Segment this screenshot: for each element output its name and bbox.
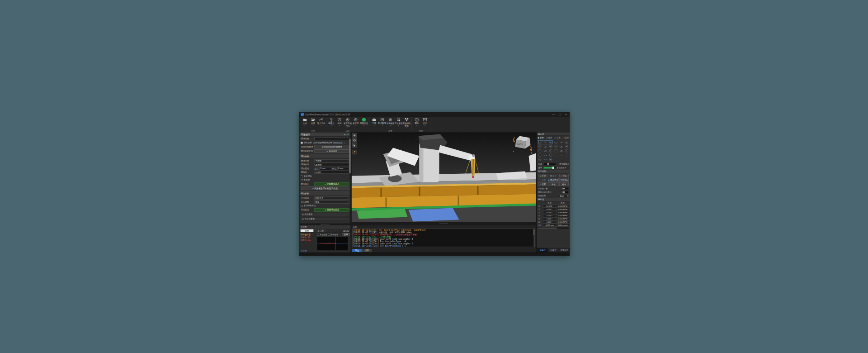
torch-angle-input[interactable]: 16.00° (315, 171, 349, 174)
locate-mode-select[interactable]: 起始寻位 ▾ (315, 197, 349, 200)
jog-plus-button[interactable]: + (565, 154, 568, 157)
control-button[interactable]: 输出 (559, 182, 569, 186)
update-weld-pose-button[interactable]: ↻ 更新焊接姿态 (315, 182, 349, 186)
ribbon-item-view-state[interactable]: 视图状态 ▾ (360, 117, 368, 126)
jog-minus-button[interactable]: − (538, 145, 542, 148)
jog-mode-radio[interactable]: 关节 (538, 137, 544, 140)
ribbon-item-about[interactable]: 关于 ▾ (421, 117, 429, 126)
control-button[interactable]: ⊙ 设置 (538, 182, 547, 186)
toggle-switch[interactable] (562, 187, 569, 190)
monitor-tab[interactable]: 报警信息 (559, 248, 570, 253)
range-start-input[interactable]: 0 mm (320, 167, 332, 170)
viewport-log-splitter[interactable] (352, 222, 536, 225)
close-button[interactable]: × (564, 113, 568, 115)
minimize-button[interactable]: — (552, 113, 556, 115)
locator-footer-link[interactable]: 寻位图 (301, 249, 307, 253)
apply-button[interactable]: 应用 (342, 233, 350, 236)
control-button[interactable]: ▶ 焊点复位 (548, 178, 558, 182)
log-tab-button[interactable]: 日志 (353, 249, 362, 252)
jog-minus-button[interactable]: − (555, 149, 558, 153)
jog-plus-button[interactable]: + (549, 141, 552, 144)
locator-tab[interactable]: 点云图 (314, 229, 327, 233)
show-coords-checkbox[interactable] (317, 234, 319, 235)
weld-reverse-checkbox[interactable] (301, 142, 303, 143)
manual-adjust-checkbox[interactable] (301, 205, 303, 207)
seam-length-input[interactable]: 25 mm (315, 163, 349, 167)
weld-name-input[interactable] (315, 138, 349, 141)
spin-down-icon[interactable]: ▼ (567, 196, 568, 197)
jog-minus-button[interactable]: − (538, 141, 542, 144)
ribbon-item-observe-point[interactable]: 观察点 ▾ (327, 117, 335, 126)
panel-close-icon[interactable]: × (344, 133, 345, 136)
speed-slider[interactable] (543, 167, 556, 169)
update-locate-pose-button[interactable]: ↻ 更新寻位姿态 (315, 208, 349, 212)
log-scrollbar[interactable] (533, 229, 534, 247)
log-text-area[interactable]: [09/18 16:42:32][41] Pcy board-OncFTax 初… (353, 229, 535, 247)
ribbon-item-process-params[interactable]: 工艺参数 ▾ (395, 117, 403, 126)
jog-plus-button[interactable]: + (549, 154, 552, 157)
monitor-tab[interactable]: 轴监控 (538, 248, 548, 253)
expand-dots-icon[interactable]: ⋮⋮ (345, 226, 349, 228)
ribbon-item-offline-program-params[interactable]: 离线编程参数 ▾ (403, 117, 411, 128)
jog-plus-button[interactable]: + (549, 145, 552, 148)
ribbon-item-tools[interactable]: 工具 ▾ (370, 117, 378, 126)
maximize-button[interactable]: □ (558, 113, 562, 115)
joint-type-select[interactable]: 角接 ▾ (315, 200, 349, 204)
range-select-checkbox[interactable] (328, 234, 330, 235)
ribbon-item-open[interactable]: 打开 ▾ (309, 117, 317, 126)
control-button[interactable]: 启动执行 (559, 178, 569, 182)
jog-plus-button[interactable]: + (565, 141, 568, 144)
retreat-spinner[interactable]: 0mm ▲ ▼ (559, 195, 569, 198)
jog-mode-radio[interactable]: 工具 (555, 137, 561, 140)
robot-tool-icon[interactable] (352, 150, 357, 154)
jog-plus-button[interactable]: + (549, 149, 552, 153)
jog-minus-button[interactable]: − (555, 145, 558, 148)
auto-select-colinear-button[interactable]: 自动选择连续共线焊缝 (315, 145, 349, 149)
sync-update-pose-button[interactable]: ↻ 同步更新焊接姿态(飞行角) (301, 187, 349, 191)
jog-setting-label[interactable]: 点动设置 (559, 167, 566, 169)
panel-confirm-icon[interactable]: ✓ (347, 133, 349, 136)
locator-canvas[interactable]: Pre-scan-Rbt-Temp (317, 237, 348, 251)
step-slider[interactable] (543, 163, 556, 165)
jog-mode-radio[interactable]: 基座 (563, 137, 569, 140)
collapsed-section-row[interactable]: 摆动参数 (301, 213, 349, 216)
select-cursor-icon[interactable] (352, 143, 357, 148)
locator-tab[interactable]: 原图 (301, 229, 314, 233)
control-button[interactable]: ▷ 回退 (538, 178, 547, 182)
ribbon-item-file[interactable]: 文件 ▾ (301, 117, 309, 126)
view-axes-icon[interactable] (352, 133, 357, 138)
ribbon-item-plc-config[interactable]: PLC配置 ▾ (378, 117, 387, 126)
control-button[interactable]: 连续 (548, 182, 558, 186)
ribbon-item-calibrator-init[interactable]: 标定器初始位 ▾ (344, 117, 352, 128)
jog-minus-button[interactable]: − (555, 141, 558, 144)
jog-minus-button[interactable]: − (538, 158, 542, 161)
toggle-switch[interactable] (562, 191, 569, 193)
range-end-input[interactable]: 0 mm (337, 167, 349, 170)
locator-3d2d-label[interactable]: 3D-2D (343, 230, 350, 232)
orbit-view-icon[interactable] (352, 138, 357, 143)
collapsed-section-row[interactable]: 变位机参数 (301, 217, 349, 221)
jog-plus-button[interactable]: + (549, 158, 552, 161)
multi-seg-checkbox[interactable] (301, 175, 303, 177)
log-settings-button[interactable]: 设置 (363, 249, 372, 252)
ribbon-item-help[interactable]: 帮助 ▾ (413, 117, 421, 126)
jog-plus-button[interactable]: + (565, 149, 568, 153)
control-button[interactable]: ▶ 开始 (538, 174, 547, 177)
table-horizontal-scrollbar[interactable] (538, 228, 569, 229)
jog-minus-button[interactable]: − (538, 149, 542, 153)
jog-plus-button[interactable]: + (565, 145, 568, 148)
reverse-start-button[interactable]: ⇄ 起点反向 (315, 149, 349, 153)
control-button[interactable]: ■ 停止 (559, 174, 569, 177)
jog-mode-radio[interactable]: 世界 (546, 137, 552, 140)
title-bar[interactable]: CydWeldDemo Model [7.0.110.6] nut2.IR — … (300, 112, 570, 117)
ribbon-item-global-params[interactable]: 全局参数 ▾ (387, 117, 395, 126)
ribbon-item-calibrator[interactable]: 标定器 ▾ (352, 117, 360, 126)
ribbon-item-import-part[interactable]: 导入工件 ▾ (317, 117, 326, 126)
arc-break-checkbox[interactable] (301, 179, 303, 181)
seam-position-select[interactable]: 平焊缝 ▾ (315, 159, 349, 162)
ribbon-item-camera[interactable]: 相机 ▾ (335, 117, 344, 126)
viewport-3d[interactable]: BACK x y (352, 133, 536, 222)
jog-minus-button[interactable]: − (538, 154, 542, 157)
monitor-tab[interactable]: IO监控 (548, 248, 559, 253)
jog-minus-button[interactable]: − (555, 154, 558, 157)
